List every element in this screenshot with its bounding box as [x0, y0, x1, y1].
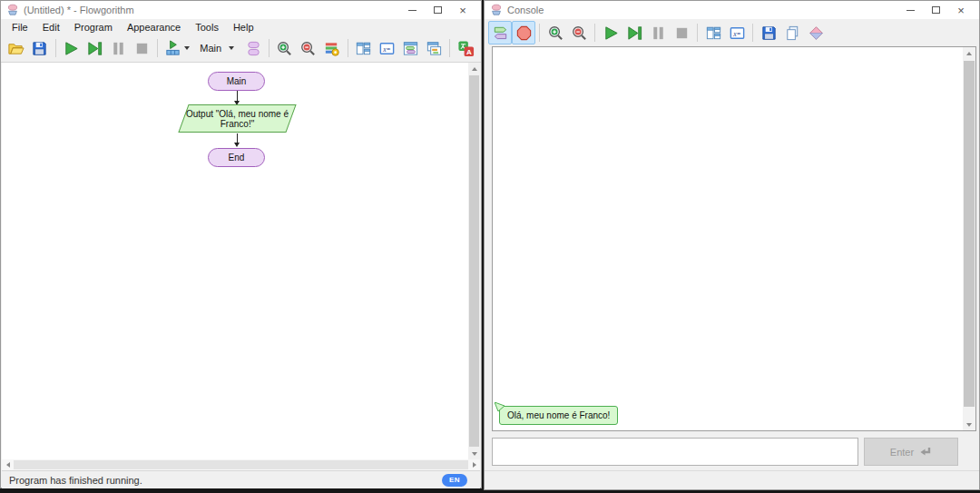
- translate-icon: A: [457, 40, 475, 57]
- variable-watch-button[interactable]: x=: [375, 36, 398, 60]
- windows-button[interactable]: [422, 36, 446, 60]
- run-options-button[interactable]: [162, 36, 192, 60]
- flowchart-main-node[interactable]: Main: [208, 72, 265, 91]
- copy-button[interactable]: [780, 21, 804, 44]
- layout-button[interactable]: [701, 21, 725, 44]
- pause-button: [107, 36, 131, 60]
- language-badge[interactable]: EN: [442, 474, 467, 487]
- zoom-out-button[interactable]: [567, 21, 591, 44]
- toolbar-separator: [157, 39, 158, 57]
- console-window-button[interactable]: [398, 36, 422, 60]
- scroll-up-icon[interactable]: [963, 47, 975, 59]
- zoom-out-button[interactable]: [297, 36, 320, 60]
- minimize-icon[interactable]: [399, 2, 425, 18]
- scroll-right-icon[interactable]: [468, 459, 480, 470]
- open-button[interactable]: [5, 36, 28, 60]
- window-title: Console: [507, 5, 544, 15]
- function-selector[interactable]: Main: [192, 37, 241, 59]
- menu-appearance[interactable]: Appearance: [120, 20, 188, 35]
- save-button[interactable]: [757, 21, 780, 44]
- close-icon[interactable]: ×: [450, 2, 475, 18]
- scrollbar-thumb[interactable]: [469, 75, 479, 447]
- step-button[interactable]: [83, 36, 107, 60]
- scroll-left-icon[interactable]: [2, 459, 14, 470]
- save-icon: [31, 40, 48, 57]
- arrowhead-icon: [234, 143, 240, 147]
- flowchart-connector: [237, 91, 238, 101]
- close-icon[interactable]: ×: [948, 2, 974, 18]
- scroll-down-icon[interactable]: [468, 448, 480, 459]
- menu-program[interactable]: Program: [67, 20, 120, 35]
- titlebar[interactable]: (Untitled) * - Flowgorithm ×: [1, 1, 481, 19]
- maximize-icon[interactable]: [923, 2, 948, 18]
- console-toolbar: x=: [485, 19, 979, 46]
- horizontal-scrollbar[interactable]: [2, 459, 480, 470]
- stop-icon: [133, 40, 151, 57]
- chevron-down-icon: [229, 46, 234, 50]
- vertical-scrollbar[interactable]: [963, 47, 975, 430]
- save-button[interactable]: [28, 36, 52, 60]
- menu-file[interactable]: File: [5, 20, 35, 35]
- scrollbar-thumb[interactable]: [964, 61, 975, 407]
- clear-button[interactable]: [804, 21, 828, 44]
- console-window: Console ×: [484, 0, 980, 490]
- translate-button[interactable]: A: [454, 36, 477, 60]
- toolbar-separator: [449, 39, 450, 57]
- appearance-button[interactable]: [320, 36, 344, 60]
- zoom-out-icon: [299, 40, 317, 57]
- console-window-icon: [402, 40, 419, 57]
- open-folder-icon: [7, 40, 24, 57]
- toolbar-separator: [697, 24, 698, 42]
- run-button[interactable]: [599, 21, 622, 44]
- toolbar-separator: [752, 24, 753, 42]
- step-icon: [626, 25, 643, 42]
- scroll-up-icon[interactable]: [468, 63, 480, 74]
- menu-help[interactable]: Help: [226, 20, 261, 35]
- flowchart-output-node[interactable]: Output "Olá, meu nome é Franco!": [176, 104, 299, 133]
- scrollbar-thumb[interactable]: [14, 460, 468, 469]
- stop-icon: [673, 25, 691, 42]
- svg-text:x=: x=: [382, 44, 391, 53]
- main-toolbar: Main x= A: [1, 35, 481, 63]
- console-output-bubble: Olá, meu nome é Franco!: [499, 406, 618, 425]
- flowchart-connector: [237, 133, 238, 143]
- windows-icon: [426, 40, 443, 57]
- app-icon: [490, 4, 503, 16]
- bubble-tail-icon: [495, 402, 505, 413]
- flowgorithm-window: (Untitled) * - Flowgorithm × File Edit P…: [0, 0, 482, 488]
- console-input[interactable]: [492, 438, 858, 466]
- zoom-in-button[interactable]: [544, 21, 567, 44]
- flowchart-end-node[interactable]: End: [208, 148, 265, 167]
- svg-text:x=: x=: [732, 29, 741, 37]
- status-bar: Program has finished running. EN: [2, 470, 480, 488]
- stop-button: [670, 21, 693, 44]
- scroll-down-icon[interactable]: [963, 419, 975, 430]
- show-stop-toggle[interactable]: [512, 21, 535, 44]
- appearance-settings-icon: [323, 40, 340, 57]
- stop-sign-icon: [515, 25, 533, 42]
- app-icon: [6, 4, 19, 16]
- enter-arrow-icon: [919, 447, 932, 458]
- console-output-area[interactable]: Olá, meu nome é Franco!: [492, 46, 976, 431]
- variable-watch-button[interactable]: x=: [725, 21, 749, 44]
- step-button[interactable]: [622, 21, 646, 44]
- pause-icon: [650, 25, 667, 42]
- show-output-toggle[interactable]: [488, 21, 512, 44]
- variable-watch-icon: x=: [729, 25, 746, 42]
- titlebar[interactable]: Console ×: [485, 1, 979, 19]
- menu-edit[interactable]: Edit: [35, 20, 67, 35]
- functions-icon: [245, 40, 262, 57]
- minimize-icon[interactable]: [897, 2, 923, 18]
- functions-button[interactable]: [241, 36, 265, 60]
- flowchart-canvas[interactable]: Main Output "Olá, meu nome é Franco!" En…: [2, 63, 480, 459]
- menu-tools[interactable]: Tools: [188, 20, 226, 35]
- layout-button[interactable]: [352, 36, 376, 60]
- menubar: File Edit Program Appearance Tools Help: [1, 19, 481, 35]
- enter-button[interactable]: Enter: [864, 438, 958, 466]
- toolbar-separator: [539, 24, 540, 42]
- maximize-icon[interactable]: [425, 2, 450, 18]
- toolbar-separator: [269, 39, 270, 57]
- run-button[interactable]: [60, 36, 83, 60]
- zoom-in-button[interactable]: [273, 36, 297, 60]
- vertical-scrollbar[interactable]: [468, 63, 480, 459]
